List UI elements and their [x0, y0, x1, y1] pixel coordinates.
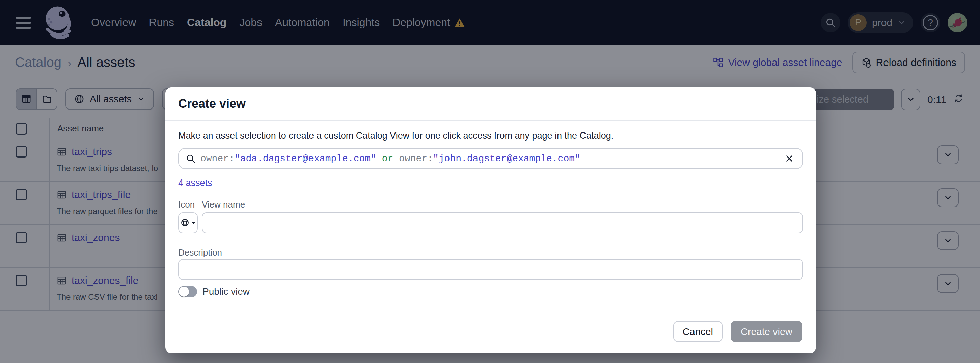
search-icon [186, 154, 196, 163]
matching-assets-count-link[interactable]: 4 assets [178, 178, 212, 188]
query-segment: or [376, 154, 399, 164]
clear-selection-icon[interactable] [783, 152, 796, 165]
description-input[interactable] [178, 259, 803, 280]
screen: OverviewRunsCatalogJobsAutomationInsight… [0, 0, 980, 363]
query-segment: "ada.dagster@example.com" [235, 154, 376, 164]
view-name-input[interactable] [202, 212, 803, 233]
globe-icon [181, 218, 189, 227]
dialog-description: Make an asset selection to create a cust… [178, 131, 803, 141]
view-name-field-label: View name [202, 200, 245, 210]
asset-selection-input-value: owner:"ada.dagster@example.com" or owner… [200, 154, 783, 164]
public-view-toggle[interactable] [178, 286, 197, 297]
asset-selection-input[interactable]: owner:"ada.dagster@example.com" or owner… [178, 148, 803, 169]
dialog-title: Create view [178, 97, 246, 111]
query-segment: "john.dagster@example.com" [433, 154, 581, 164]
icon-field-label: Icon [178, 200, 195, 210]
create-view-button[interactable]: Create view [730, 321, 802, 342]
query-segment: owner: [200, 154, 235, 164]
query-segment: owner: [399, 154, 433, 164]
create-view-dialog: Create view Make an asset selection to c… [165, 87, 816, 353]
public-view-label: Public view [202, 286, 250, 297]
description-field-label: Description [178, 248, 222, 258]
triangle-down-icon [191, 221, 196, 225]
view-icon-dropdown[interactable] [178, 212, 198, 233]
cancel-button[interactable]: Cancel [673, 321, 722, 342]
